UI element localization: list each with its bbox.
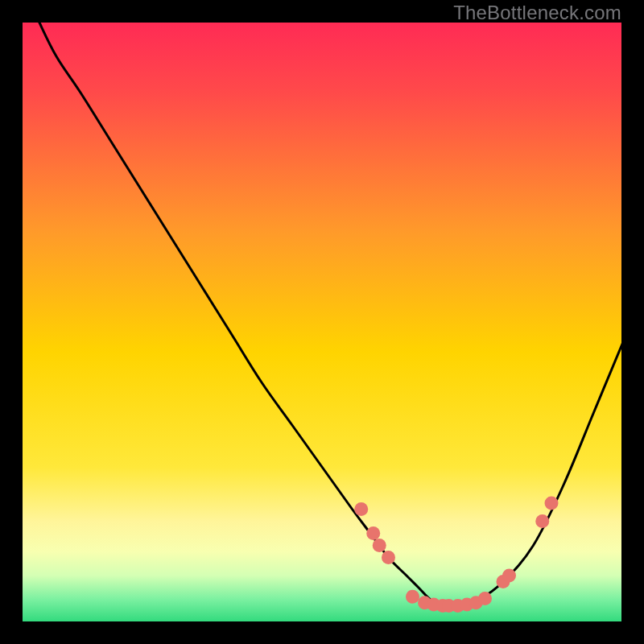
data-marker xyxy=(354,502,368,516)
data-marker xyxy=(545,497,559,510)
chart-plot xyxy=(20,20,624,624)
chart-frame xyxy=(20,20,624,624)
bottleneck-curve xyxy=(39,20,625,607)
data-marker xyxy=(535,514,549,528)
data-marker xyxy=(373,539,386,552)
data-marker xyxy=(406,590,419,604)
data-marker xyxy=(478,592,492,605)
data-marker xyxy=(502,569,516,583)
data-marker xyxy=(366,526,380,540)
data-marker xyxy=(382,551,395,564)
watermark-text: TheBottleneck.com xyxy=(453,2,621,24)
